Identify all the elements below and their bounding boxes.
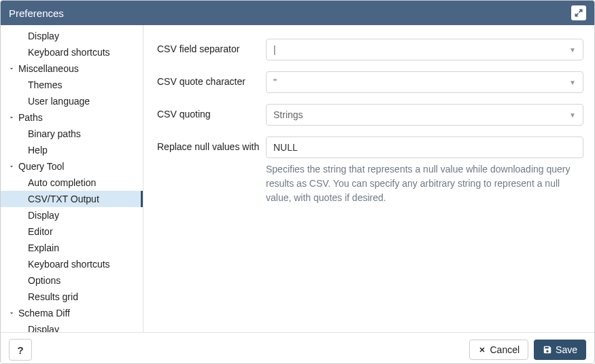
sidebar-item-user-language[interactable]: User language	[1, 93, 143, 109]
csv-quote-character-select[interactable]: " ▼	[266, 71, 583, 93]
sidebar-item-label: Binary paths	[28, 128, 81, 139]
cancel-label: Cancel	[490, 344, 520, 355]
titlebar: Preferences	[1, 1, 594, 25]
replace-null-input[interactable]: NULL	[266, 136, 583, 158]
sidebar-item-label: Display	[28, 210, 59, 221]
replace-null-help: Specifies the string that represents a n…	[266, 162, 583, 205]
sidebar-item-explain[interactable]: Explain	[1, 240, 143, 256]
sidebar-item-editor[interactable]: Editor	[1, 223, 143, 240]
sidebar-item-label: Display	[28, 324, 59, 332]
sidebar-item-paths[interactable]: Paths	[1, 109, 143, 126]
dialog-title: Preferences	[9, 7, 64, 19]
sidebar-item-label: Keyboard shortcuts	[28, 259, 110, 270]
sidebar-item-display[interactable]: Display	[1, 207, 143, 223]
sidebar-item-csv-txt-output[interactable]: CSV/TXT Output	[1, 191, 143, 207]
close-icon	[478, 346, 486, 354]
replace-null-label: Replace null values with	[157, 136, 266, 152]
help-icon: ?	[17, 344, 23, 356]
sidebar-item-label: Query Tool	[18, 161, 64, 172]
chevron-down-icon: ▼	[569, 111, 576, 119]
csv-field-separator-label: CSV field separator	[157, 39, 266, 54]
help-button[interactable]: ?	[9, 339, 32, 361]
sidebar-item-schema-diff[interactable]: Schema Diff	[1, 305, 143, 321]
sidebar-item-label: Results grid	[28, 291, 78, 302]
cancel-button[interactable]: Cancel	[469, 340, 528, 360]
sidebar-item-label: Explain	[28, 242, 59, 253]
sidebar-item-label: Schema Diff	[18, 308, 70, 318]
chevron-down-icon: ▼	[569, 46, 576, 54]
csv-quoting-select[interactable]: Strings ▼	[266, 104, 583, 126]
csv-quote-character-label: CSV quote character	[157, 71, 266, 87]
sidebar-item-query-tool[interactable]: Query Tool	[1, 158, 143, 175]
sidebar-item-display[interactable]: Display	[1, 28, 143, 44]
csv-quote-character-value: "	[273, 77, 277, 88]
sidebar-item-miscellaneous[interactable]: Miscellaneous	[1, 60, 143, 77]
chevron-down-icon	[7, 309, 16, 317]
sidebar-item-label: Keyboard shortcuts	[28, 47, 110, 58]
sidebar[interactable]: DisplayKeyboard shortcutsMiscellaneousTh…	[1, 25, 143, 332]
csv-field-separator-value: |	[273, 44, 276, 55]
sidebar-item-label: Auto completion	[28, 177, 96, 188]
save-label: Save	[556, 344, 577, 355]
csv-quoting-value: Strings	[273, 109, 303, 120]
expand-icon	[574, 8, 583, 18]
sidebar-item-binary-paths[interactable]: Binary paths	[1, 126, 143, 142]
sidebar-item-label: User language	[28, 96, 90, 107]
chevron-down-icon	[7, 65, 16, 73]
sidebar-item-label: Display	[28, 31, 59, 41]
sidebar-item-help[interactable]: Help	[1, 142, 143, 158]
save-button[interactable]: Save	[534, 340, 586, 360]
sidebar-item-auto-completion[interactable]: Auto completion	[1, 175, 143, 191]
sidebar-item-themes[interactable]: Themes	[1, 77, 143, 93]
sidebar-item-keyboard-shortcuts[interactable]: Keyboard shortcuts	[1, 256, 143, 272]
csv-quoting-label: CSV quoting	[157, 104, 266, 120]
sidebar-item-results-grid[interactable]: Results grid	[1, 289, 143, 305]
csv-field-separator-select[interactable]: | ▼	[266, 39, 583, 60]
sidebar-item-label: Themes	[28, 79, 63, 90]
chevron-down-icon: ▼	[569, 79, 576, 86]
sidebar-item-label: Miscellaneous	[18, 63, 79, 74]
replace-null-value: NULL	[273, 142, 298, 153]
chevron-down-icon	[7, 162, 16, 170]
sidebar-item-keyboard-shortcuts[interactable]: Keyboard shortcuts	[1, 44, 143, 60]
sidebar-item-display[interactable]: Display	[1, 321, 143, 332]
sidebar-item-label: Editor	[28, 226, 53, 237]
chevron-down-icon	[7, 113, 16, 122]
save-icon	[543, 345, 552, 354]
sidebar-item-label: CSV/TXT Output	[28, 194, 99, 204]
main-panel: CSV field separator | ▼ CSV quote charac…	[143, 25, 594, 332]
sidebar-item-label: Paths	[18, 112, 43, 123]
footer: ? Cancel Save	[1, 332, 594, 364]
expand-button[interactable]	[571, 5, 586, 20]
sidebar-item-label: Options	[28, 275, 61, 286]
sidebar-item-options[interactable]: Options	[1, 272, 143, 289]
sidebar-item-label: Help	[28, 145, 48, 156]
